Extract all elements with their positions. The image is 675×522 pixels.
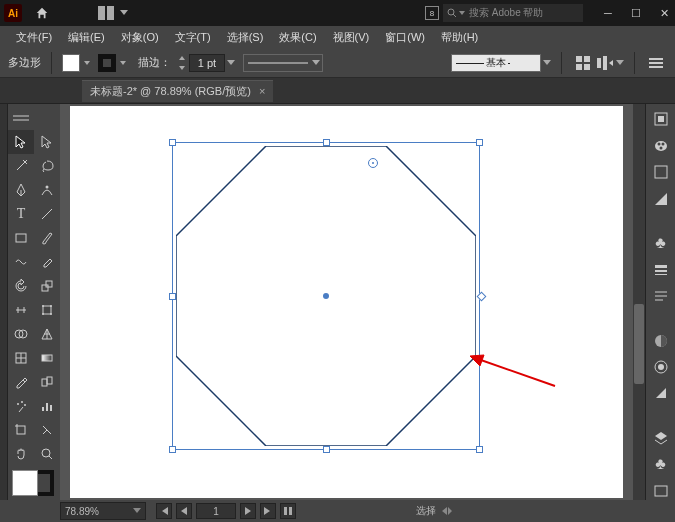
fill-color-icon[interactable] [12,470,38,496]
menu-select[interactable]: 选择(S) [219,28,272,47]
free-transform-tool[interactable] [34,298,60,322]
svg-rect-65 [284,507,287,515]
separator [561,52,562,74]
slice-tool[interactable] [34,418,60,442]
chevron-down-icon[interactable] [120,10,128,16]
selection-tool[interactable] [8,130,34,154]
pen-tool[interactable] [8,178,34,202]
column-graph-tool[interactable] [34,394,60,418]
opacity-icon[interactable] [572,52,594,74]
asset-export-panel-icon[interactable]: ♣ [650,455,672,473]
svg-rect-38 [46,403,48,411]
first-artboard-button[interactable] [156,503,172,519]
magic-wand-tool[interactable] [8,154,34,178]
menu-window[interactable]: 窗口(W) [377,28,433,47]
workspace-badge[interactable]: 8 [425,6,439,20]
menu-view[interactable]: 视图(V) [325,28,378,47]
lasso-tool[interactable] [34,154,60,178]
shape-builder-tool[interactable] [8,322,34,346]
arrange-docs-icon[interactable] [94,2,118,24]
home-icon[interactable] [30,2,54,24]
type-tool[interactable]: T [8,202,34,226]
handle-ml[interactable] [169,293,176,300]
graphic-style-select[interactable]: 基本 [451,54,541,72]
vertical-scrollbar[interactable] [633,104,645,500]
minimize-button[interactable]: ─ [601,6,615,20]
symbol-sprayer-tool[interactable] [8,394,34,418]
handle-tl[interactable] [169,139,176,146]
line-tool[interactable] [34,202,60,226]
blend-tool[interactable] [34,370,60,394]
eraser-tool[interactable] [34,250,60,274]
fill-swatch[interactable] [62,54,92,72]
paintbrush-tool[interactable] [34,226,60,250]
handle-bl[interactable] [169,446,176,453]
direct-selection-tool[interactable] [34,130,60,154]
status-menu-icon[interactable] [442,507,452,515]
menu-help[interactable]: 帮助(H) [433,28,486,47]
transparency-panel-icon[interactable] [650,331,672,349]
align-icon[interactable] [594,52,616,74]
profile-select[interactable] [243,54,323,72]
mesh-tool[interactable] [8,346,34,370]
layers-panel-icon[interactable] [650,429,672,447]
zoom-level-input[interactable]: 78.89% [60,502,146,520]
menu-file[interactable]: 文件(F) [8,28,60,47]
svg-point-25 [50,313,52,315]
artboard-tool[interactable] [8,418,34,442]
eyedropper-tool[interactable] [8,370,34,394]
scrollbar-thumb[interactable] [634,304,644,384]
menu-object[interactable]: 对象(O) [113,28,167,47]
zoom-tool[interactable] [34,442,60,466]
width-tool[interactable] [8,298,34,322]
menu-effect[interactable]: 效果(C) [271,28,324,47]
hand-tool[interactable] [8,442,34,466]
shaper-tool[interactable] [8,250,34,274]
chevron-down-icon[interactable] [616,60,624,66]
properties-panel-icon[interactable] [650,110,672,128]
fill-stroke-swatch[interactable] [12,470,54,496]
left-dock-strip [0,104,8,500]
prev-artboard-button[interactable] [176,503,192,519]
perspective-grid-tool[interactable] [34,322,60,346]
svg-rect-49 [658,116,664,122]
tab-handle-icon[interactable] [8,106,34,130]
handle-tr[interactable] [476,139,483,146]
menu-type[interactable]: 文字(T) [167,28,219,47]
handle-bm[interactable] [323,446,330,453]
next-artboard-button[interactable] [240,503,256,519]
close-tab-icon[interactable]: × [259,85,265,97]
stroke-panel-icon[interactable] [650,260,672,278]
color-panel-icon[interactable] [650,136,672,154]
artboard-nav-button[interactable] [280,503,296,519]
handle-tm[interactable] [323,139,330,146]
maximize-button[interactable]: ☐ [629,6,643,20]
handle-br[interactable] [476,446,483,453]
paragraph-panel-icon[interactable] [650,287,672,305]
document-tab[interactable]: 未标题-2* @ 78.89% (RGB/预览) × [82,80,273,102]
more-options-icon[interactable] [645,52,667,74]
handle-mr[interactable] [477,292,487,302]
artboard-number-input[interactable]: 1 [196,503,236,519]
scale-tool[interactable] [34,274,60,298]
stroke-swatch[interactable] [98,54,128,72]
symbols-panel-icon[interactable]: ♣ [650,234,672,252]
canvas[interactable] [60,104,633,500]
svg-rect-37 [42,407,44,411]
rotate-tool[interactable] [8,274,34,298]
graphic-styles-panel-icon[interactable] [650,384,672,402]
stroke-weight-input[interactable]: 1 pt [177,54,235,72]
brushes-panel-icon[interactable] [650,189,672,207]
last-artboard-button[interactable] [260,503,276,519]
swatches-panel-icon[interactable] [650,163,672,181]
appearance-panel-icon[interactable] [650,358,672,376]
rectangle-tool[interactable] [8,226,34,250]
curvature-tool[interactable] [34,178,60,202]
svg-point-51 [657,142,660,145]
artboards-panel-icon[interactable] [650,482,672,500]
app-icon[interactable]: Ai [4,4,22,22]
menu-edit[interactable]: 编辑(E) [60,28,113,47]
search-input[interactable]: 搜索 Adobe 帮助 [443,4,583,22]
gradient-tool[interactable] [34,346,60,370]
close-button[interactable]: ✕ [657,6,671,20]
